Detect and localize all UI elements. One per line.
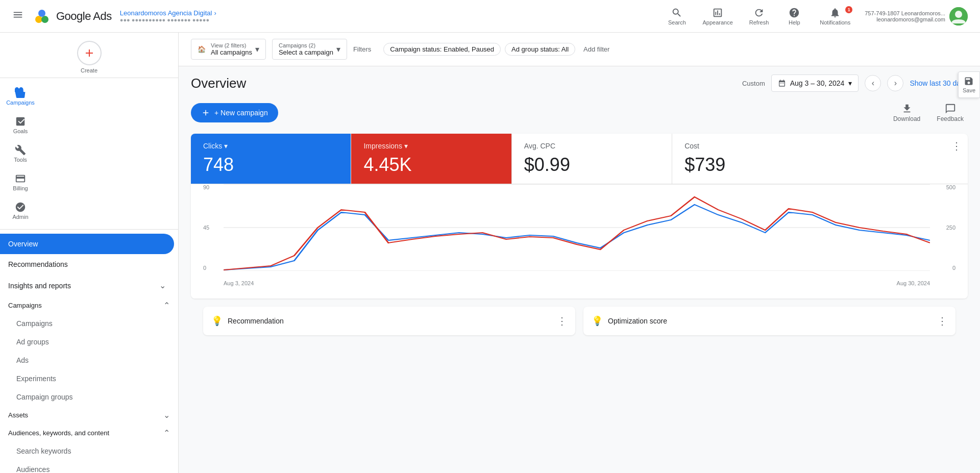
x-end-label: Aug 30, 2024: [897, 280, 930, 286]
account-info[interactable]: Leonardomoros Agencia Digital › ●●● ●●●●…: [120, 9, 216, 23]
download-button[interactable]: Download: [889, 100, 924, 126]
recommendation-card: 💡 Recommendation ⋮: [203, 307, 575, 335]
chart-container: 90 45 0: [191, 184, 968, 298]
clicks-metric-card: Clicks ▾ 748: [191, 134, 351, 184]
sidebar-item-tools[interactable]: Tools: [0, 139, 41, 168]
optimization-bulb-icon: 💡: [592, 315, 603, 327]
campaigns-chevron: ⌃: [163, 301, 170, 310]
top-navigation: Google Ads Leonardomoros Agencia Digital…: [0, 0, 980, 33]
assets-section-header[interactable]: Assets ⌄: [0, 406, 178, 424]
tools-nav-label: Tools: [14, 157, 27, 163]
optimization-more-button[interactable]: ⋮: [937, 315, 947, 327]
audiences-section-header[interactable]: Audiences, keywords, and content ⌃: [0, 424, 178, 442]
impressions-label: Impressions ▾: [363, 142, 499, 150]
optimization-card-left: 💡 Optimization score: [592, 315, 667, 327]
user-profile[interactable]: 757-749-1807 Leonardomoros... leonardomo…: [861, 4, 972, 29]
cost-value: $739: [684, 154, 955, 176]
ad-group-status-chip[interactable]: Ad group status: All: [505, 43, 575, 56]
overview-title: Overview: [191, 76, 246, 91]
appearance-nav-button[interactable]: Appearance: [696, 4, 739, 29]
create-button[interactable]: [77, 41, 102, 65]
insights-chevron: ⌄: [159, 281, 166, 290]
avatar[interactable]: [949, 7, 968, 26]
nav-icons: Search Appearance Refresh Help 1 Notific…: [662, 4, 856, 29]
metrics-row: Clicks ▾ 748 Impressions ▾ 4.45K: [191, 134, 968, 184]
impressions-metric-card: Impressions ▾ 4.45K: [351, 134, 511, 184]
action-bar: + New campaign Download Feedback: [191, 100, 968, 126]
account-name[interactable]: Leonardomoros Agencia Digital ›: [120, 9, 216, 17]
menu-item-insights[interactable]: Insights and reports ⌄: [0, 275, 174, 296]
new-campaign-button[interactable]: + New campaign: [191, 103, 278, 122]
date-range-value: Aug 3 – 30, 2024: [790, 79, 845, 87]
date-prev-button[interactable]: ‹: [865, 75, 881, 91]
main-layout: Create Campaigns Goals Tools Billing: [0, 33, 980, 473]
menu-sub-adgroups[interactable]: Ad groups: [0, 333, 174, 351]
campaign-filter-dropdown[interactable]: Campaigns (2) Select a campaign ▾: [272, 39, 347, 60]
overview-header: Overview Custom Aug 3 – 30, 2024 ▾ ‹ › S…: [191, 74, 968, 92]
account-id: ●●● ●●●●●●●●●● ●●●●●●● ●●●●●: [120, 17, 216, 23]
sidebar-item-admin[interactable]: Admin: [0, 196, 41, 225]
recommendation-more-button[interactable]: ⋮: [557, 315, 567, 327]
avg-cpc-metric-card: Avg. CPC $0.99: [512, 134, 672, 184]
view-label: View (2 filters): [211, 42, 252, 48]
chart-area: 90 45 0: [203, 184, 955, 286]
app-title: Google Ads: [56, 10, 112, 23]
recommendation-label: Recommendation: [228, 317, 284, 325]
menu-sub-ads[interactable]: Ads: [0, 351, 174, 369]
menu-sub-campaign-groups[interactable]: Campaign groups: [0, 388, 174, 406]
campaigns-count-label: Campaigns (2): [279, 42, 333, 48]
impressions-value: 4.45K: [363, 154, 499, 176]
menu-sub-audiences[interactable]: Audiences: [0, 460, 174, 473]
notification-badge: 1: [845, 6, 852, 13]
chart-y-right: 500 250 0: [930, 184, 955, 271]
app-logo[interactable]: Google Ads: [32, 6, 112, 27]
optimization-score-card: 💡 Optimization score ⋮: [583, 307, 955, 335]
custom-label: Custom: [742, 80, 765, 87]
cost-metric-card: Cost $739 ⋮: [672, 134, 968, 184]
search-nav-button[interactable]: Search: [662, 4, 692, 29]
metrics-container: Clicks ▾ 748 Impressions ▾ 4.45K: [191, 134, 968, 298]
menu-sub-experiments[interactable]: Experiments: [0, 369, 174, 388]
campaign-status-chip[interactable]: Campaign status: Enabled, Paused: [383, 43, 501, 56]
all-campaigns-label: All campaigns: [211, 48, 252, 56]
clicks-value: 748: [203, 154, 338, 176]
sidebar-item-campaigns[interactable]: Campaigns: [0, 82, 41, 111]
metrics-more-button[interactable]: ⋮: [951, 140, 962, 152]
y-left-max: 90: [203, 184, 224, 190]
menu-item-recommendations[interactable]: Recommendations: [0, 254, 174, 275]
chart-y-left: 90 45 0: [203, 184, 224, 271]
sidebar-menu: Overview Recommendations Insights and re…: [0, 230, 178, 473]
recommendation-card-left: 💡 Recommendation: [211, 315, 284, 327]
overview-section: Overview Custom Aug 3 – 30, 2024 ▾ ‹ › S…: [179, 66, 980, 343]
add-filter-button[interactable]: Add filter: [579, 43, 614, 55]
menu-sub-search-keywords[interactable]: Search keywords: [0, 442, 174, 460]
admin-nav-label: Admin: [12, 214, 28, 220]
sidebar-item-billing[interactable]: Billing: [0, 168, 41, 196]
view-filter-dropdown[interactable]: 🏠 View (2 filters) All campaigns ▾: [191, 39, 266, 60]
notifications-nav-button[interactable]: 1 Notifications: [814, 4, 856, 29]
date-range-picker[interactable]: Aug 3 – 30, 2024 ▾: [771, 74, 859, 92]
campaigns-nav-label: Campaigns: [6, 99, 35, 106]
feedback-button[interactable]: Feedback: [933, 100, 968, 126]
refresh-nav-button[interactable]: Refresh: [743, 4, 775, 29]
menu-item-overview[interactable]: Overview: [0, 234, 174, 254]
help-nav-button[interactable]: Help: [779, 4, 810, 29]
optimization-label: Optimization score: [608, 317, 667, 325]
svg-point-2: [41, 16, 48, 23]
user-phone: 757-749-1807 Leonardomoros...: [865, 10, 945, 16]
y-left-mid: 45: [203, 225, 224, 231]
cost-label: Cost: [684, 142, 955, 150]
y-right-min: 0: [930, 265, 955, 271]
assets-chevron: ⌄: [163, 410, 170, 420]
filters-label: Filters: [353, 45, 371, 53]
campaigns-section-header[interactable]: Campaigns ⌃: [0, 296, 178, 314]
menu-sub-campaigns[interactable]: Campaigns: [0, 314, 174, 333]
avg-cpc-label: Avg. CPC: [524, 142, 659, 150]
date-next-button[interactable]: ›: [887, 75, 903, 91]
bottom-cards: 💡 Recommendation ⋮ 💡 Optimization score …: [191, 307, 968, 335]
svg-point-1: [35, 16, 42, 23]
audiences-chevron: ⌃: [163, 428, 170, 438]
sidebar-item-goals[interactable]: Goals: [0, 111, 41, 139]
hamburger-menu[interactable]: [8, 5, 28, 27]
save-button[interactable]: Save: [958, 71, 980, 98]
